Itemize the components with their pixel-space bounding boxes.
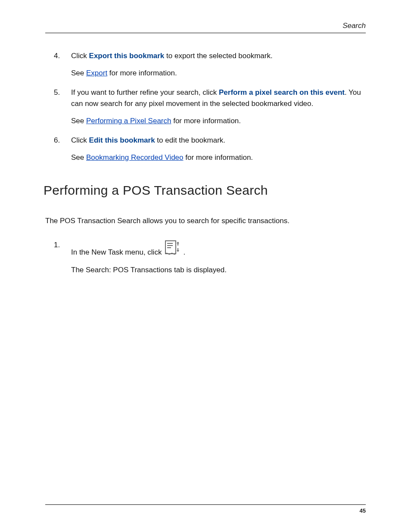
see-prefix: See [71, 69, 86, 77]
see-prefix: See [71, 153, 86, 162]
steps-list-top: 4. Click Export this bookmark to export … [54, 50, 366, 163]
page-content: 4. Click Export this bookmark to export … [45, 50, 366, 276]
see-suffix: for more information. [171, 117, 241, 125]
header-section-label: Search [342, 22, 366, 30]
page-footer: 45 [45, 504, 366, 514]
step-6: 6. Click Edit this bookmark to edit the … [54, 135, 366, 164]
step-text: Click [71, 136, 89, 144]
link-pixel-search[interactable]: Performing a Pixel Search [86, 117, 171, 125]
svg-marker-4 [177, 242, 179, 243]
steps-list-bottom: 1. In the New Task menu, click [54, 240, 366, 276]
step-text: to edit the bookmark. [155, 136, 225, 144]
see-prefix: See [71, 117, 86, 125]
section-heading: Performing a POS Transaction Search [44, 180, 366, 201]
step-text: If you want to further refine your searc… [71, 88, 219, 96]
section-intro: The POS Transaction Search allows you to… [45, 215, 366, 227]
document-page: Search 4. Click Export this bookmark to … [0, 0, 411, 532]
step-text: In the New Task menu, click [71, 247, 162, 258]
step-1: 1. In the New Task menu, click [54, 240, 366, 276]
step-text: Click [71, 52, 89, 60]
see-suffix: for more information. [107, 69, 177, 77]
step-number: 5. [54, 87, 60, 98]
ui-command-label: Export this bookmark [89, 52, 165, 60]
step-follow-text: The Search: POS Transactions tab is disp… [71, 264, 366, 276]
see-suffix: for more information. [184, 153, 253, 162]
step-5: 5. If you want to further refine your se… [54, 87, 366, 127]
page-header: Search [45, 22, 366, 33]
step-number: 4. [54, 50, 60, 62]
step-number: 1. [54, 240, 60, 251]
step-text: . [183, 247, 185, 258]
link-bookmarking-video[interactable]: Bookmarking Recorded Video [86, 153, 184, 162]
link-export[interactable]: Export [86, 69, 107, 77]
step-4: 4. Click Export this bookmark to export … [54, 50, 366, 79]
ui-command-label: Perform a pixel search on this event [219, 88, 345, 96]
ui-command-label: Edit this bookmark [89, 136, 155, 144]
page-number: 45 [360, 507, 366, 514]
step-text: to export the selected bookmark. [164, 52, 272, 60]
svg-marker-7 [177, 250, 179, 252]
pos-search-icon [164, 240, 181, 259]
step-number: 6. [54, 135, 60, 146]
